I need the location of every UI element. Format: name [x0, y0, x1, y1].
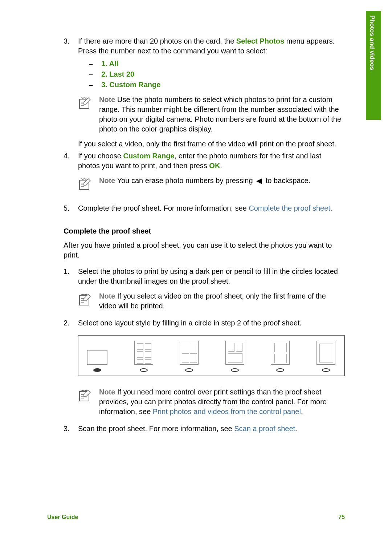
note-text: Note Use the photo numbers to select whi… [99, 95, 345, 134]
step-4: 4. If you choose Custom Range, enter the… [64, 151, 345, 196]
layout-option-2 [134, 341, 153, 372]
complete-proof-sheet-link[interactable]: Complete the proof sheet [249, 204, 330, 212]
step-number: 5. [64, 203, 78, 213]
step-number: 3. [64, 424, 78, 434]
print-from-control-panel-link[interactable]: Print photos and videos from the control… [153, 408, 301, 416]
layout-style-diagram [78, 335, 345, 376]
empty-oval-icon [231, 368, 239, 372]
chapter-tab-label: Photos and videos [368, 15, 376, 70]
empty-oval-icon [140, 368, 148, 372]
section2-step-2: 2. Select one layout style by filling in… [64, 318, 345, 422]
filled-oval-icon [93, 368, 101, 372]
page-footer: User Guide 75 [47, 513, 345, 521]
step-list: 3. If there are more than 20 photos on t… [64, 36, 345, 213]
section2-step-1: 1. Select the photos to print by using a… [64, 267, 345, 316]
select-photos-label: Select Photos [236, 37, 284, 45]
step-list-2: 1. Select the photos to print by using a… [64, 267, 345, 434]
empty-oval-icon [276, 368, 284, 372]
step-5-text: Complete the proof sheet. For more infor… [78, 203, 345, 213]
step-4-text: If you choose Custom Range, enter the ph… [78, 151, 345, 171]
note-icon [78, 389, 92, 402]
s3-text: Scan the proof sheet. For more informati… [78, 424, 345, 434]
note-block: Note You can erase photo numbers by pres… [78, 176, 345, 191]
step-5: 5. Complete the proof sheet. For more in… [64, 203, 345, 213]
section-intro: After you have printed a proof sheet, yo… [64, 240, 345, 260]
select-photos-options: –1. All –2. Last 20 –3. Custom Range [78, 59, 345, 90]
note-text: Note If you need more control over print… [99, 387, 345, 417]
note-block: Note Use the photo numbers to select whi… [78, 95, 345, 134]
step-3: 3. If there are more than 20 photos on t… [64, 36, 345, 149]
step-number: 4. [64, 151, 78, 196]
ok-label: OK [209, 162, 220, 170]
layout-option-5 [271, 341, 290, 372]
step-number: 3. [64, 36, 78, 149]
option-all: –1. All [89, 59, 345, 69]
page-content: 3. If there are more than 20 photos on t… [0, 0, 392, 458]
layout-option-1 [87, 350, 107, 372]
layout-option-3 [180, 341, 199, 372]
empty-oval-icon [322, 368, 330, 372]
section2-step-3: 3. Scan the proof sheet. For more inform… [64, 424, 345, 434]
footer-title: User Guide [47, 513, 78, 521]
left-arrow-icon [256, 178, 262, 184]
empty-oval-icon [185, 368, 193, 372]
note-icon [78, 177, 92, 191]
layout-option-6 [317, 341, 335, 372]
layout-option-4 [225, 341, 244, 372]
scan-proof-sheet-link[interactable]: Scan a proof sheet [234, 425, 295, 433]
option-custom-range: –3. Custom Range [89, 80, 345, 90]
option-last-20: –2. Last 20 [89, 69, 345, 79]
step-number: 2. [64, 318, 78, 422]
note-block: Note If you need more control over print… [78, 387, 345, 417]
custom-range-label: Custom Range [123, 152, 175, 160]
note-icon [78, 96, 92, 110]
note-text: Note You can erase photo numbers by pres… [99, 176, 345, 191]
s1-text: Select the photos to print by using a da… [78, 267, 345, 286]
note-block: Note If you select a video on the proof … [78, 291, 345, 311]
section-heading: Complete the proof sheet [64, 226, 345, 236]
s2-text: Select one layout style by filling in a … [78, 318, 345, 328]
step-3-video-line: If you select a video, only the first fr… [78, 139, 345, 149]
note-text: Note If you select a video on the proof … [99, 291, 345, 311]
page-number: 75 [338, 513, 345, 521]
step-number: 1. [64, 267, 78, 316]
note-icon [78, 293, 92, 307]
step-3-text: If there are more than 20 photos on the … [78, 36, 345, 56]
chapter-tab: Photos and videos [366, 11, 381, 120]
